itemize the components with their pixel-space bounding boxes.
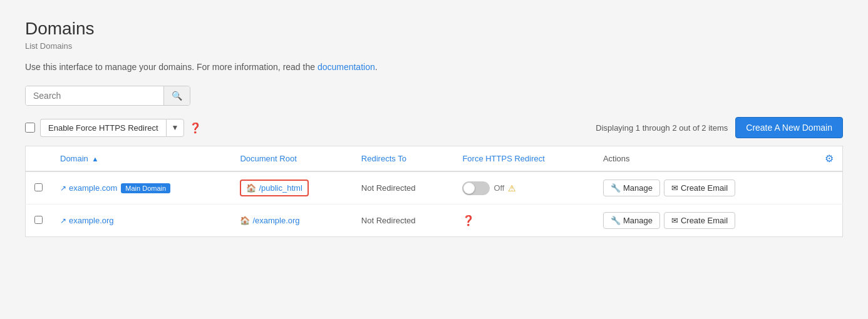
force-https-cell: ❓ (453, 205, 594, 237)
envelope-icon: ✉ (671, 216, 678, 225)
search-button[interactable]: 🔍 (163, 86, 190, 105)
col-force-https: Force HTTPS Redirect (453, 146, 594, 172)
warning-icon: ⚠ (508, 183, 516, 193)
col-document-root: Document Root (231, 146, 352, 172)
not-redirected-label: Not Redirected (361, 183, 416, 193)
main-domain-badge: Main Domain (121, 183, 170, 193)
display-count: Displaying 1 through 2 out of 2 items (596, 123, 728, 133)
actions-buttons: 🔧Manage ✉Create Email (603, 180, 797, 196)
external-link-icon: ↗ (60, 184, 66, 193)
not-redirected-label: Not Redirected (361, 216, 416, 225)
home-icon: 🏠 (240, 216, 250, 225)
actions-cell: 🔧Manage ✉Create Email (594, 205, 805, 237)
page-description: Use this interface to manage your domain… (25, 62, 843, 72)
sort-icon: ▲ (91, 155, 98, 163)
table-header-row: Domain ▲ Document Root Redirects To Forc… (26, 146, 843, 172)
redirects-to-cell: Not Redirected (353, 205, 454, 237)
envelope-icon: ✉ (671, 183, 678, 193)
manage-button[interactable]: 🔧Manage (603, 212, 660, 229)
actions-buttons: 🔧Manage ✉Create Email (603, 212, 797, 229)
toggle-knob (463, 183, 475, 194)
toolbar-left: Enable Force HTTPS Redirect ▼ ❓ (25, 119, 202, 137)
domains-table: Domain ▲ Document Root Redirects To Forc… (25, 146, 843, 237)
row-checkbox[interactable] (34, 216, 43, 224)
wrench-icon: 🔧 (611, 216, 621, 225)
create-email-button[interactable]: ✉Create Email (664, 212, 735, 229)
row-gear-cell (805, 171, 843, 205)
create-domain-button[interactable]: Create A New Domain (735, 117, 843, 138)
create-email-button[interactable]: ✉Create Email (664, 180, 735, 196)
help-icon[interactable]: ❓ (189, 122, 202, 134)
col-domain[interactable]: Domain ▲ (51, 146, 231, 172)
search-input[interactable] (26, 86, 163, 105)
enable-https-split-button: Enable Force HTTPS Redirect ▼ (40, 119, 184, 137)
enable-https-button[interactable]: Enable Force HTTPS Redirect (40, 119, 166, 137)
col-gear[interactable]: ⚙ (805, 146, 843, 172)
domain-link[interactable]: ↗ example.com (60, 183, 117, 193)
redirects-to-cell: Not Redirected (353, 171, 454, 205)
gear-settings-icon[interactable]: ⚙ (825, 153, 834, 164)
force-https-toggle-wrap: Off ⚠ (462, 181, 586, 195)
force-https-toggle[interactable] (462, 181, 490, 195)
external-link-icon: ↗ (60, 216, 66, 225)
document-root-link[interactable]: 🏠/example.org (240, 216, 299, 225)
toggle-off-label: Off (493, 183, 504, 193)
manage-button[interactable]: 🔧Manage (603, 180, 660, 196)
enable-https-caret[interactable]: ▼ (166, 119, 185, 137)
select-all-checkbox[interactable] (25, 123, 35, 133)
domain-link[interactable]: ↗ example.org (60, 216, 114, 225)
toolbar-right: Displaying 1 through 2 out of 2 items Cr… (596, 117, 843, 138)
toolbar-row: Enable Force HTTPS Redirect ▼ ❓ Displayi… (25, 117, 843, 138)
search-box: 🔍 (25, 86, 190, 106)
col-redirects-to: Redirects To (353, 146, 454, 172)
page-subtitle: List Domains (25, 41, 843, 51)
force-https-cell: Off ⚠ (453, 171, 594, 205)
table-row: ↗ example.com Main Domain 🏠/public_html … (26, 171, 843, 205)
document-root-link[interactable]: 🏠/public_html (240, 180, 308, 196)
row-gear-cell (805, 205, 843, 237)
wrench-icon: 🔧 (611, 183, 621, 193)
search-row: 🔍 (25, 86, 843, 106)
actions-cell: 🔧Manage ✉Create Email (594, 171, 805, 205)
row-checkbox[interactable] (34, 183, 43, 191)
table-row: ↗ example.org 🏠/example.org Not Redirect… (26, 205, 843, 237)
question-icon: ❓ (462, 215, 475, 226)
page-title: Domains (25, 19, 843, 39)
col-check (26, 146, 52, 172)
documentation-link[interactable]: documentation (318, 62, 375, 72)
col-actions: Actions (594, 146, 805, 172)
home-icon: 🏠 (246, 183, 256, 193)
